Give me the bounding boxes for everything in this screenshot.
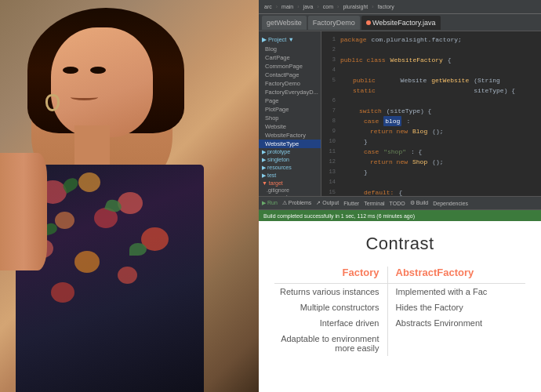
ide-body: ▶ Project ▼ Blog CartPage CommonPage Con…	[259, 31, 541, 196]
ide-toolbar: arc › main › java › com › pluralsight › …	[259, 0, 541, 14]
tree-item-factoryeveryday[interactable]: FactoryEverydayD...	[259, 88, 321, 96]
toolbar-factory[interactable]: factory	[376, 3, 397, 10]
project-label: ▶ Project ▼	[259, 34, 321, 45]
abstract-row3: Abstracts Environment	[387, 315, 525, 331]
tree-item-commonpage[interactable]: CommonPage	[259, 62, 321, 71]
photo-background	[0, 0, 267, 392]
abstract-row1: Implemented with a Fac	[387, 284, 525, 300]
photo-section	[0, 0, 267, 392]
tree-item-websitefactory[interactable]: WebsiteFactory	[259, 131, 321, 140]
tree-item-page[interactable]: Page	[259, 96, 321, 105]
toolbar-arc[interactable]: arc	[262, 3, 274, 10]
tree-item-plotpage[interactable]: PlotPage	[259, 105, 321, 114]
problems-tab[interactable]: ⚠ Problems	[282, 200, 312, 206]
toolbar-main[interactable]: main	[279, 3, 296, 10]
tree-resources[interactable]: ▶ resources	[259, 164, 321, 172]
contrast-title: Contrast	[274, 234, 525, 254]
factory-row1: Returns various instances	[274, 284, 387, 300]
tree-test[interactable]: ▶ test	[259, 172, 321, 180]
toolbar-com[interactable]: com	[321, 3, 336, 10]
toolbar-java[interactable]: java	[301, 3, 316, 10]
todo-tab[interactable]: TODO	[390, 201, 405, 206]
ide-bottom-toolbar: ▶ Run ⚠ Problems ↗ Output Flutter Termin…	[259, 196, 541, 210]
tree-item-shop[interactable]: Shop	[259, 114, 321, 122]
ide-tab-bar: getWebsite FactoryDemo WebsiteFactory.ja…	[259, 14, 541, 31]
ide-section: getWebsite FactoryDemo WebsiteFactory.ja…	[259, 14, 541, 196]
tree-prototype[interactable]: ▶ prototype	[259, 148, 321, 156]
build-tab[interactable]: ⚙ Build	[410, 200, 429, 206]
contrast-row-4: Adaptable to environment more easily	[274, 331, 525, 356]
tree-item-websitetype[interactable]: WebsiteType	[259, 140, 321, 148]
abstract-factory-column-header: AbstractFactory	[387, 267, 525, 284]
output-tab[interactable]: ↗ Output	[316, 200, 339, 206]
factory-row4: Adaptable to environment more easily	[274, 331, 387, 356]
abstract-row2: Hides the Factory	[387, 299, 525, 315]
ide-status-bar: Build completed successfully in 1 sec, 1…	[259, 210, 541, 221]
contrast-section: Contrast Factory AbstractFactory Returns…	[259, 221, 541, 392]
contrast-row-2: Multiple constructors Hides the Factory	[274, 299, 525, 315]
tree-item-factorydemo[interactable]: FactoryDemo	[259, 79, 321, 88]
status-text: Build completed successfully in 1 sec, 1…	[263, 213, 415, 219]
factory-row3: Interface driven	[274, 315, 387, 331]
earring-detail	[45, 94, 60, 111]
tree-target[interactable]: ▼ target	[259, 180, 321, 187]
dependencies-tab[interactable]: Dependencies	[433, 201, 468, 206]
ide-file-tree: ▶ Project ▼ Blog CartPage CommonPage Con…	[259, 31, 321, 196]
contrast-row-1: Returns various instances Implemented wi…	[274, 284, 525, 300]
factory-column-header: Factory	[274, 267, 387, 284]
abstract-row4	[387, 331, 525, 356]
ide-code-editor[interactable]: 1package com.pluralsight.factory; 2 3pub…	[321, 31, 541, 196]
tree-item-cartpage[interactable]: CartPage	[259, 53, 321, 62]
tree-item-contactpage[interactable]: ContactPage	[259, 71, 321, 79]
tab-factorydemo[interactable]: FactoryDemo	[308, 16, 360, 30]
tree-item-blog[interactable]: Blog	[259, 45, 321, 53]
tree-item-website[interactable]: Website	[259, 122, 321, 131]
contrast-table: Factory AbstractFactory Returns various …	[274, 267, 525, 356]
modified-indicator	[366, 20, 371, 25]
toolbar-pluralsight[interactable]: pluralsight	[340, 3, 370, 10]
tab-websitefactory[interactable]: WebsiteFactory.java	[361, 16, 441, 30]
tab-getwebsite[interactable]: getWebsite	[262, 16, 307, 30]
tree-singleton[interactable]: ▶ singleton	[259, 156, 321, 164]
run-button[interactable]: ▶ Run	[262, 200, 278, 206]
tree-gitignore[interactable]: .gitignore	[259, 187, 321, 194]
flutter-tab[interactable]: Flutter	[343, 201, 359, 206]
contrast-row-3: Interface driven Abstracts Environment	[274, 315, 525, 331]
terminal-tab[interactable]: Terminal	[364, 201, 384, 206]
factory-row2: Multiple constructors	[274, 299, 387, 315]
